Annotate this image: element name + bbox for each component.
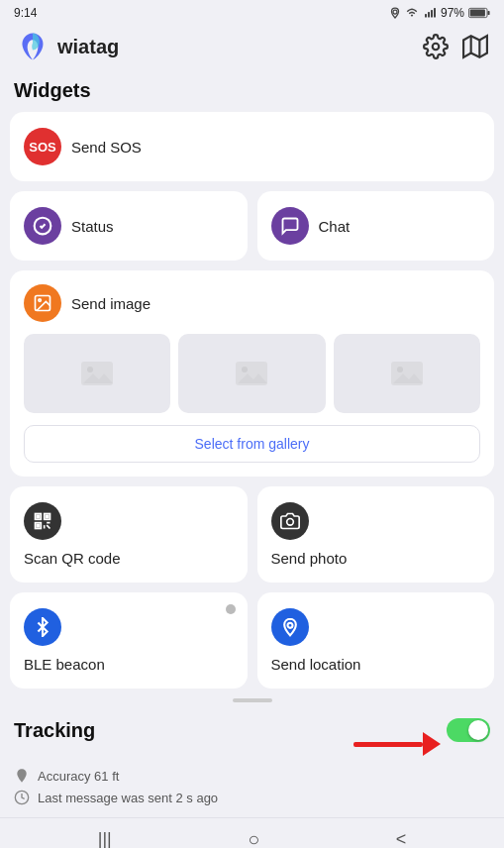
send-sos-card[interactable]: SOS Send SOS [10,112,494,181]
send-location-card[interactable]: Send location [257,592,495,689]
scan-qr-label: Scan QR code [24,550,121,567]
arrow-line [353,742,423,747]
message-icon [14,790,30,805]
ble-beacon-icon [24,608,61,646]
send-location-icon [271,608,309,646]
tracking-info: Accuracy 61 ft Last message was sent 2 s… [14,768,490,805]
send-image-label: Send image [71,295,151,312]
status-bar: 9:14 97% [0,0,504,24]
status-chat-row: Status Chat [10,191,494,261]
qr-photo-row: Scan QR code Send photo [10,486,494,583]
svg-rect-28 [46,515,49,518]
location-icon [389,7,401,19]
select-from-gallery-button[interactable]: Select from gallery [24,425,480,463]
svg-rect-27 [37,515,40,518]
chat-icon [271,207,309,245]
ble-location-row: BLE beacon Send location [10,592,494,689]
last-message-text: Last message was sent 2 s ago [38,791,218,805]
send-location-label: Send location [271,656,361,673]
svg-point-34 [286,519,293,526]
svg-point-35 [287,623,292,628]
logo-icon [16,30,50,63]
arrow-head [423,732,441,756]
svg-rect-2 [428,12,430,18]
chat-card[interactable]: Chat [257,191,495,261]
widgets-section-title: Widgets [0,71,504,112]
top-bar: wiatag [0,24,504,71]
svg-point-8 [433,44,440,51]
bottom-nav: ||| ○ < [0,817,504,848]
tracking-toggle[interactable] [447,718,490,742]
scroll-indicator [0,698,504,702]
settings-icon[interactable] [423,34,449,59]
send-photo-label: Send photo [271,550,348,567]
app-logo: wiatag [16,30,119,63]
back-button[interactable]: < [396,829,407,848]
status-label: Status [71,218,114,235]
app-name-label: wiatag [57,36,119,58]
svg-rect-3 [431,10,433,18]
send-photo-card[interactable]: Send photo [257,486,495,583]
svg-line-33 [47,525,50,528]
send-image-header: Send image [24,284,480,322]
svg-rect-4 [434,8,436,18]
thumbnail-2[interactable] [178,334,325,413]
svg-rect-6 [470,10,485,17]
send-image-card: Send image Select from gallery [10,270,494,477]
home-button[interactable]: ○ [248,828,259,848]
chat-label: Chat [319,218,351,235]
send-image-icon [24,284,61,322]
accuracy-text: Accuracy 61 ft [38,769,119,784]
svg-point-19 [242,367,248,372]
signal-icon [423,7,437,19]
map-icon[interactable] [462,34,488,59]
svg-point-16 [87,367,93,372]
status-card[interactable]: Status [10,191,248,261]
send-sos-label: Send SOS [71,139,142,156]
send-photo-icon [271,502,309,540]
status-icons: 97% [389,6,490,20]
top-action-icons[interactable] [423,34,488,59]
battery-icon [468,7,490,19]
svg-rect-29 [37,524,40,527]
svg-rect-7 [487,11,489,15]
last-message-row: Last message was sent 2 s ago [14,790,490,805]
scan-qr-icon [24,502,61,540]
accuracy-row: Accuracy 61 ft [14,768,490,784]
svg-marker-9 [463,36,487,57]
location-pin-small [14,768,30,784]
ble-beacon-card[interactable]: BLE beacon [10,592,248,689]
battery-percent: 97% [441,6,464,20]
svg-point-0 [393,10,397,14]
ble-status-dot [226,604,236,614]
scan-qr-card[interactable]: Scan QR code [10,486,248,583]
sos-icon: SOS [24,128,61,165]
recent-apps-button[interactable]: ||| [98,829,112,848]
thumbnail-3[interactable] [334,334,480,413]
image-thumbnails [24,334,480,413]
thumbnail-1[interactable] [24,334,170,413]
svg-point-14 [39,299,42,302]
ble-beacon-label: BLE beacon [24,656,105,673]
tracking-title: Tracking [14,719,95,742]
status-icon [24,207,61,245]
status-time: 9:14 [14,6,37,20]
wifi-icon [405,7,419,19]
tracking-section: Tracking Accuracy 61 ft Last message was… [0,708,504,813]
svg-rect-1 [425,14,427,18]
svg-point-22 [397,367,403,372]
